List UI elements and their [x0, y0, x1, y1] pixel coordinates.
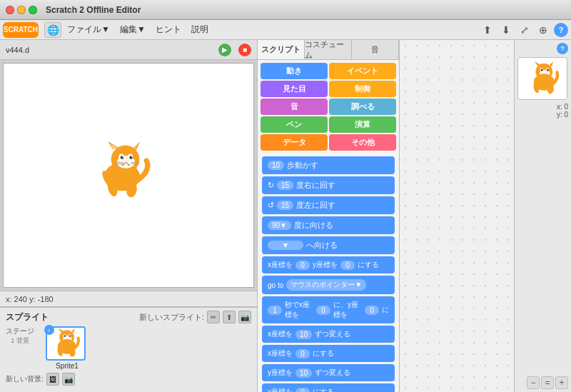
- menu-file[interactable]: ファイル▼: [63, 22, 114, 37]
- coord-x: x: 0: [517, 103, 568, 111]
- sprite-list: i: [46, 326, 89, 370]
- zoom-out-button[interactable]: −: [527, 376, 540, 389]
- sprite-badge: i: [44, 325, 54, 335]
- cat-sensing[interactable]: 調べる: [329, 99, 396, 115]
- block-set-x[interactable]: x座標を 0 にする: [262, 345, 395, 362]
- stage-xy: x: 240 y: -180: [6, 295, 54, 303]
- new-sprite-controls: 新しいスプライト: ✏ ⬆ 📷: [139, 311, 251, 323]
- svg-marker-22: [59, 328, 65, 333]
- cat-motion[interactable]: 動き: [261, 63, 328, 79]
- stage-label: ステージ: [6, 326, 34, 336]
- stage-version: v444.d: [6, 46, 29, 54]
- block-change-y[interactable]: y座標を 10 ずつ変える: [262, 364, 395, 381]
- block-change-x[interactable]: x座標を 10 ずつ変える: [262, 326, 395, 343]
- stage-section: v444.d ▶ ■: [0, 40, 257, 392]
- help-button[interactable]: ?: [554, 23, 568, 37]
- window-title: Scratch 2 Offline Editor: [46, 5, 141, 15]
- sprite-thumbnail: i: [46, 326, 86, 361]
- cat-more[interactable]: その他: [329, 134, 396, 151]
- toolbar-right: ⬆ ⬇ ⤢ ⊕ ?: [480, 22, 568, 38]
- new-sprite-label: 新しいスプライト:: [139, 312, 204, 323]
- palette-tabs: スクリプト コスチューム 音: [258, 40, 399, 60]
- cat-sound[interactable]: 音: [261, 99, 328, 115]
- minimize-button[interactable]: [17, 6, 26, 14]
- svg-point-9: [121, 156, 124, 159]
- upload-button[interactable]: ⬆: [480, 22, 495, 38]
- sprite-name: Sprite1: [46, 362, 89, 370]
- tab-costumes[interactable]: コスチューム: [305, 40, 352, 59]
- stage-coords: x: 240 y: -180: [0, 291, 257, 306]
- sprite-preview: [517, 57, 567, 100]
- upload-sprite-button[interactable]: ⬆: [223, 311, 236, 323]
- upload-bg-button[interactable]: 📷: [62, 373, 75, 386]
- svg-point-27: [64, 335, 66, 336]
- globe-icon-button[interactable]: 🌐: [44, 22, 61, 38]
- right-panel: ? x: 0 y: 0 − = +: [514, 40, 571, 392]
- block-glide[interactable]: 1 秒でx座標を 0 に、y座標を 0 に: [262, 296, 395, 323]
- green-flag-button[interactable]: ▶: [218, 44, 231, 56]
- cat-data[interactable]: データ: [261, 134, 328, 151]
- fullscreen-button[interactable]: ⤢: [517, 22, 532, 38]
- menu-about[interactable]: 説明: [187, 22, 213, 37]
- sprite-panel-title: スプライト: [6, 311, 49, 323]
- block-turn-right[interactable]: ↻ 15 度右に回す: [262, 176, 395, 194]
- menu-hints[interactable]: ヒント: [151, 22, 186, 37]
- category-grid: 動き イベント 見た目 制御 音 調べる ペン 演算 データ その他: [258, 60, 399, 154]
- svg-point-11: [122, 156, 123, 157]
- block-move[interactable]: 10 歩動かす: [262, 156, 395, 174]
- maximize-button[interactable]: [29, 6, 37, 14]
- stop-button[interactable]: ■: [238, 44, 251, 56]
- coord-y: y: 0: [517, 111, 568, 119]
- block-turn-left[interactable]: ↺ 15 度左に回す: [262, 196, 395, 214]
- cat-sprite: [90, 141, 154, 198]
- menu-bar: SCRATCH 🌐 ファイル▼ 編集▼ ヒント 説明 ⬆ ⬇ ⤢ ⊕ ?: [0, 20, 571, 40]
- zoom-button[interactable]: ⊕: [535, 22, 551, 38]
- block-goto[interactable]: go to マウスのポインター▼: [262, 276, 395, 294]
- tab-sounds[interactable]: 音: [352, 40, 399, 59]
- menu-edit[interactable]: 編集▼: [116, 22, 150, 37]
- svg-point-10: [129, 156, 133, 159]
- block-goto-xy[interactable]: x座標を 0 y座標を 0 にする: [262, 256, 395, 273]
- sprite-panel-header: スプライト 新しいスプライト: ✏ ⬆ 📷: [6, 311, 251, 323]
- close-button[interactable]: [6, 6, 14, 14]
- svg-point-12: [131, 156, 133, 157]
- zoom-reset-button[interactable]: =: [541, 376, 554, 389]
- tab-scripts[interactable]: スクリプト: [258, 40, 305, 59]
- stage-sublabel: 1 背景: [11, 336, 29, 346]
- cat-operators[interactable]: 演算: [329, 116, 396, 133]
- svg-marker-33: [534, 61, 541, 66]
- svg-point-39: [546, 69, 548, 71]
- cat-control[interactable]: 制御: [329, 81, 396, 97]
- block-set-y[interactable]: y座標を 0 にする: [262, 383, 395, 392]
- blocks-list: 10 歩動かす ↻ 15 度右に回す ↺ 15 度左に回す 90▼ 度に向ける …: [258, 154, 399, 392]
- scratch-logo[interactable]: SCRATCH: [3, 22, 39, 38]
- stage-header: v444.d ▶ ■: [0, 40, 257, 60]
- new-bg-label: 新しい背景:: [6, 374, 44, 384]
- svg-point-38: [540, 69, 542, 71]
- sprite-item[interactable]: i: [46, 326, 89, 370]
- zoom-in-button[interactable]: +: [555, 376, 568, 389]
- main-layout: v444.d ▶ ■: [0, 40, 571, 392]
- block-palette: スクリプト コスチューム 音 動き イベント 見た目 制御 音 調べる ペン 演…: [257, 40, 400, 392]
- panel-help-button[interactable]: ?: [557, 43, 568, 54]
- cat-looks[interactable]: 見た目: [261, 81, 328, 97]
- paint-sprite-button[interactable]: ✏: [207, 311, 220, 323]
- script-area[interactable]: [400, 40, 514, 392]
- download-button[interactable]: ⬇: [498, 22, 514, 38]
- zoom-controls: − = +: [517, 376, 568, 389]
- block-point-dir[interactable]: 90▼ 度に向ける: [262, 216, 395, 234]
- cat-events[interactable]: イベント: [329, 63, 396, 79]
- script-dots: [400, 40, 514, 392]
- cat-pen[interactable]: ペン: [261, 116, 328, 133]
- window-controls: [6, 6, 37, 14]
- camera-sprite-button[interactable]: 📷: [238, 311, 251, 323]
- title-bar: Scratch 2 Offline Editor: [0, 0, 571, 20]
- paint-bg-button[interactable]: 🖼: [46, 373, 59, 386]
- stage-canvas[interactable]: [3, 63, 254, 288]
- svg-point-28: [69, 335, 71, 336]
- sprite-panel: スプライト 新しいスプライト: ✏ ⬆ 📷 ステージ 1 背景 i: [0, 306, 257, 392]
- block-point-toward[interactable]: ▼ へ向ける: [262, 236, 395, 254]
